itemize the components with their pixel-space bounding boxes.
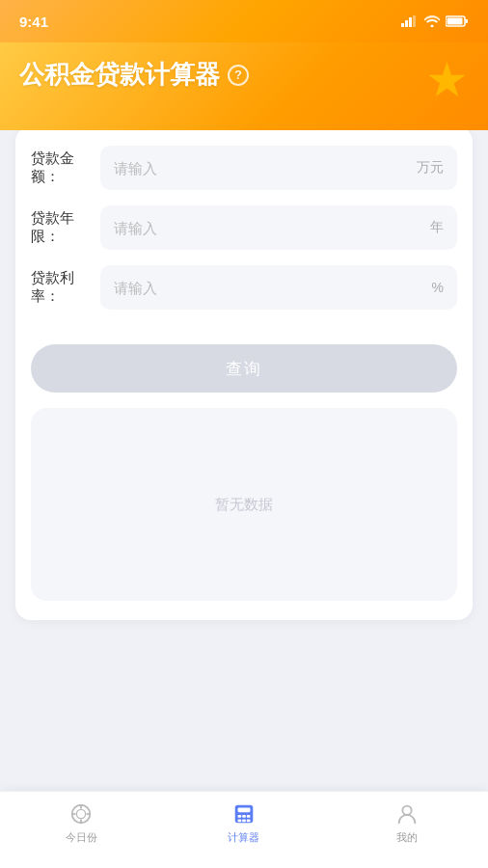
svg-rect-1	[405, 20, 408, 27]
calculator-icon	[231, 801, 257, 827]
tab-today-label: 今日份	[66, 830, 97, 845]
rate-label: 贷款利率：	[31, 269, 100, 306]
tab-mine[interactable]: 我的	[368, 801, 446, 845]
tab-today[interactable]: 今日份	[42, 801, 120, 845]
rate-row: 贷款利率： %	[31, 265, 457, 310]
year-unit: 年	[430, 219, 444, 236]
svg-rect-19	[242, 820, 246, 823]
svg-point-21	[402, 806, 411, 815]
svg-rect-18	[237, 820, 241, 823]
svg-rect-0	[401, 23, 404, 27]
rate-input[interactable]	[114, 280, 424, 296]
query-button[interactable]: 查询	[31, 344, 457, 393]
mine-icon	[394, 801, 420, 827]
tab-calculator[interactable]: 计算器	[205, 801, 283, 845]
svg-rect-15	[237, 815, 241, 818]
amount-input-wrapper: 万元	[100, 146, 457, 190]
svg-rect-6	[466, 19, 469, 23]
amount-row: 贷款金额： 万元	[31, 146, 457, 190]
year-label: 贷款年限：	[31, 209, 100, 246]
svg-point-8	[77, 809, 86, 818]
input-card: 贷款金额： 万元 贷款年限： 年 贷款利率： % 查询 暂无数	[15, 126, 473, 620]
amount-unit: 万元	[417, 159, 444, 176]
tab-calculator-label: 计算器	[228, 830, 259, 845]
amount-label: 贷款金额：	[31, 149, 100, 186]
main-content: 贷款金额： 万元 贷款年限： 年 贷款利率： % 查询 暂无数	[0, 126, 488, 817]
result-card: 暂无数据	[31, 408, 457, 601]
tab-mine-label: 我的	[396, 830, 418, 845]
tab-bar: 今日份 计算器 我的	[0, 791, 488, 868]
year-input[interactable]	[114, 220, 422, 236]
signal-icon	[401, 15, 419, 27]
rate-unit: %	[432, 280, 444, 295]
svg-rect-14	[237, 808, 250, 813]
battery-icon	[446, 15, 469, 27]
year-input-wrapper: 年	[100, 205, 457, 250]
svg-rect-20	[247, 820, 251, 823]
no-data-text: 暂无数据	[215, 496, 273, 514]
status-time: 9:41	[19, 14, 48, 30]
svg-rect-16	[242, 815, 246, 818]
svg-rect-3	[413, 15, 416, 27]
help-button[interactable]: ?	[228, 65, 249, 86]
year-row: 贷款年限： 年	[31, 205, 457, 250]
amount-input[interactable]	[114, 160, 409, 176]
today-icon	[68, 801, 94, 827]
svg-rect-5	[447, 18, 463, 25]
svg-rect-17	[247, 815, 251, 818]
status-icons	[401, 15, 469, 27]
star-decoration: ★	[425, 52, 469, 108]
svg-rect-2	[409, 17, 412, 27]
rate-input-wrapper: %	[100, 265, 457, 310]
header-title-text: 公积金贷款计算器	[19, 58, 220, 92]
wifi-icon	[424, 15, 440, 27]
status-bar: 9:41	[0, 0, 488, 42]
header-title: 公积金贷款计算器 ?	[19, 58, 469, 92]
header: 公积金贷款计算器 ? ★	[0, 42, 488, 130]
